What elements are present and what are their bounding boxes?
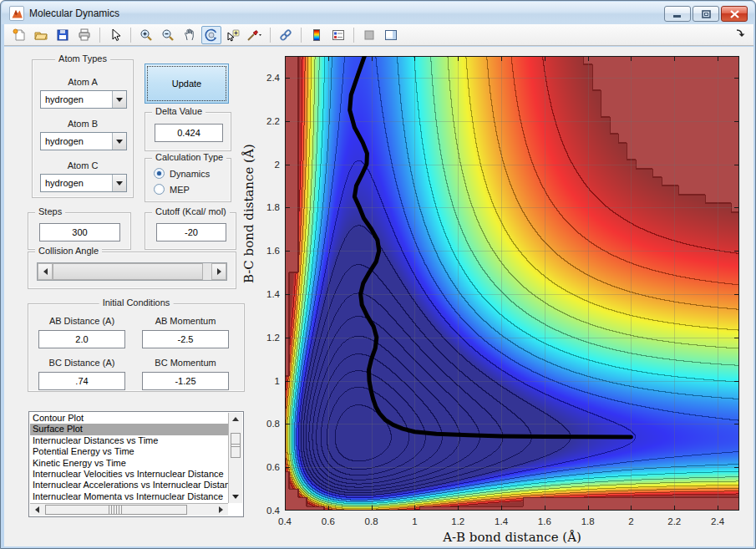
atom-b-dropdown[interactable]: hydrogen (40, 132, 127, 150)
slider-thumb[interactable] (53, 263, 203, 280)
listbox-item[interactable]: Potential Energy vs Time (30, 446, 228, 457)
cutoff-title: Cutoff (Kcal/ mol) (152, 206, 230, 216)
listbox-vscrollbar[interactable] (228, 413, 242, 503)
dynamics-radio[interactable] (154, 168, 165, 179)
insert-legend-icon[interactable] (328, 26, 348, 44)
listbox-item[interactable]: Internuclear Velocities vs Internuclear … (30, 469, 228, 480)
figure-toolbar (4, 24, 753, 46)
open-file-icon[interactable] (31, 26, 51, 44)
close-button[interactable] (721, 6, 748, 22)
steps-field[interactable] (39, 223, 120, 241)
show-plot-tools-icon[interactable] (381, 26, 401, 44)
scroll-left-icon[interactable] (35, 506, 39, 513)
plot-type-list: Contour PlotSurface PlotInternuclear Dis… (30, 413, 228, 503)
atom-types-title: Atom Types (55, 53, 110, 64)
pan-hand-icon[interactable] (180, 26, 200, 44)
arrow-left-icon (43, 268, 48, 275)
scroll-up-icon[interactable] (232, 417, 239, 421)
vscroll-thumb[interactable] (231, 433, 241, 458)
dynamics-radio-label: Dynamics (170, 169, 210, 179)
x-tick-label: 1.4 (495, 516, 508, 526)
chevron-down-icon (116, 98, 123, 102)
calculation-type-panel: Calculation Type Dynamics MEP (145, 158, 231, 202)
y-tick-label: 2.4 (256, 73, 280, 83)
atom-c-value: hydrogen (41, 175, 112, 191)
bc-distance-field[interactable] (38, 372, 125, 390)
brush-data-icon[interactable] (245, 26, 265, 44)
zoom-out-icon[interactable] (158, 26, 178, 44)
cutoff-panel: Cutoff (Kcal/ mol) (145, 212, 236, 250)
pes-canvas[interactable] (285, 56, 739, 511)
listbox-item[interactable]: Internuclear Momenta vs Internuclear Dis… (30, 491, 228, 502)
atom-c-dropdown[interactable]: hydrogen (40, 174, 127, 192)
toolbar-separator (301, 28, 302, 43)
data-cursor-icon[interactable] (223, 26, 243, 44)
chevron-down-icon (116, 181, 123, 186)
toolbar-separator (99, 28, 100, 43)
new-figure-icon[interactable] (9, 26, 29, 44)
slider-right-arrow[interactable] (211, 263, 226, 280)
link-plot-icon[interactable] (276, 26, 296, 44)
y-tick-label: 1.2 (256, 333, 280, 343)
atom-a-dropdown[interactable]: hydrogen (40, 90, 127, 109)
title-bar[interactable]: Molecular Dynamics (2, 2, 754, 24)
save-figure-icon[interactable] (53, 26, 73, 44)
scroll-down-icon[interactable] (232, 495, 239, 499)
y-tick-label: 2 (256, 160, 280, 170)
mep-radio[interactable] (154, 184, 165, 195)
ab-momentum-field[interactable] (142, 330, 229, 348)
zoom-in-icon[interactable] (136, 26, 156, 44)
atom-a-dropdown-arrow[interactable] (112, 91, 126, 108)
toolbar-separator (130, 28, 131, 43)
plot-type-listbox[interactable]: Contour PlotSurface PlotInternuclear Dis… (28, 411, 244, 517)
slider-left-arrow[interactable] (38, 263, 53, 280)
x-tick-label: 0.4 (278, 516, 292, 526)
restore-button[interactable] (693, 6, 719, 22)
cutoff-field[interactable] (156, 223, 226, 241)
initial-conditions-title: Initial Conditions (99, 297, 174, 308)
collision-angle-title: Collision Angle (35, 246, 102, 256)
print-figure-icon[interactable] (74, 26, 94, 44)
atom-a-value: hydrogen (41, 91, 112, 108)
toolbar-overflow-arrow[interactable] (735, 28, 747, 43)
matlab-logo-icon (9, 6, 24, 21)
x-tick-label: 2 (628, 516, 633, 526)
collision-angle-slider[interactable] (37, 262, 227, 281)
hide-plot-tools-icon[interactable] (359, 26, 379, 44)
listbox-item[interactable]: Internuclear Distances vs Time (30, 435, 228, 446)
x-tick-label: 1.8 (581, 516, 595, 526)
atom-b-dropdown-arrow[interactable] (112, 133, 126, 150)
listbox-item[interactable]: Surface Plot (30, 424, 228, 435)
mep-radio-label: MEP (170, 185, 190, 195)
delta-value-field[interactable] (155, 124, 223, 142)
edit-pointer-icon[interactable] (105, 26, 125, 44)
hscroll-thumb[interactable] (45, 505, 187, 515)
minimize-button[interactable] (664, 6, 691, 22)
x-axis-label: A-B bond distance (Å) (285, 530, 739, 545)
atom-c-label: Atom C (33, 160, 133, 170)
ab-distance-field[interactable] (38, 330, 125, 348)
x-tick-label: 2.2 (667, 516, 681, 526)
update-button[interactable]: Update (145, 64, 229, 104)
ab-momentum-label: AB Momentum (142, 316, 229, 326)
listbox-item[interactable]: Kinetic Energy vs Time (30, 458, 228, 469)
bc-momentum-field[interactable] (142, 372, 229, 390)
bc-distance-label: BC Distance (A) (38, 358, 125, 368)
listbox-hscrollbar[interactable] (30, 503, 228, 516)
rotate-3d-icon[interactable] (201, 26, 221, 44)
atom-c-dropdown-arrow[interactable] (112, 175, 126, 191)
bc-momentum-label: BC Momentum (142, 358, 229, 368)
arrow-right-icon (217, 268, 221, 275)
x-tick-label: 0.8 (365, 516, 378, 526)
listbox-item[interactable]: Internuclear Accelerations vs Internucle… (30, 480, 228, 491)
listbox-item[interactable]: Contour Plot (30, 413, 228, 424)
y-tick-label: 0.6 (256, 462, 280, 472)
y-tick-label: 0.4 (256, 506, 280, 516)
scroll-right-icon[interactable] (219, 506, 223, 513)
steps-title: Steps (35, 206, 65, 216)
x-tick-label: 1 (412, 516, 417, 526)
chevron-down-icon (116, 140, 123, 144)
atom-a-label: Atom A (33, 77, 133, 87)
insert-colorbar-icon[interactable] (307, 26, 327, 44)
toolbar-separator (353, 28, 354, 43)
